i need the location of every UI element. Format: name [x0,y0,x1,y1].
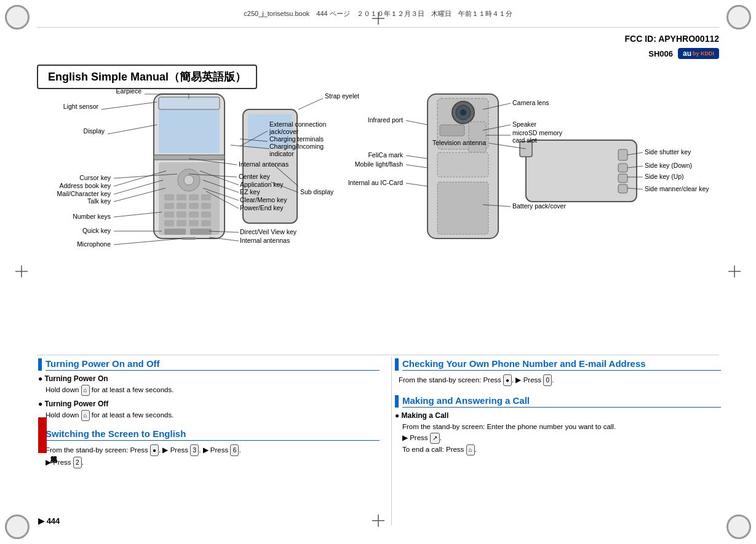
title-box: English Simple Manual（簡易英語版） [37,65,257,89]
svg-text:Mail/Character key: Mail/Character key [57,190,111,197]
svg-text:Talk key: Talk key [87,197,111,205]
svg-line-104 [406,165,428,168]
svg-rect-23 [164,229,186,235]
au-logo: au by KDDI [678,48,719,59]
left-crosshair [15,265,28,279]
fcc-id-label: FCC ID: APYHRO00112 [624,34,719,44]
model-name: SH006 [648,49,673,58]
svg-rect-85 [437,152,488,177]
svg-rect-24 [190,229,212,235]
svg-rect-11 [164,203,174,209]
main-diagram: Earpiece Light sensor Display External c… [34,91,403,355]
svg-rect-18 [201,211,211,218]
svg-text:Internal antennas: Internal antennas [240,237,290,244]
svg-rect-89 [618,149,627,160]
title-bar3 [395,358,399,371]
svg-rect-17 [189,211,199,218]
svg-text:Speaker: Speaker [512,120,537,128]
power-on-title: Turning Power On [38,374,380,383]
svg-text:Battery pack/cover: Battery pack/cover [512,202,566,210]
svg-text:Earpiece: Earpiece [116,87,142,95]
title-bar [38,358,42,371]
main-title: English Simple Manual（簡易英語版） [48,71,246,83]
turning-power-title: Turning Power On and Off [46,358,380,371]
svg-text:Side manner/clear key: Side manner/clear key [645,185,709,192]
press-label: Press [53,459,71,466]
making-title-row: Making and Answering a Call [395,395,721,408]
right-crosshair [728,265,741,279]
svg-rect-86 [437,182,488,234]
key-2: 2 [73,457,82,468]
au-text: au [683,49,691,58]
svg-text:Display: Display [84,127,105,135]
power-key-2: ⌂ [81,410,90,421]
svg-text:jack/cover: jack/cover [269,128,299,135]
svg-text:FeliCa mark: FeliCa mark [368,151,403,159]
svg-rect-3 [154,155,225,160]
svg-text:Address book key: Address book key [60,182,111,189]
svg-line-100 [406,120,428,125]
key-6: 6 [230,444,239,456]
making-title: Making and Answering a Call [402,395,721,408]
svg-text:Charging/Incoming: Charging/Incoming [269,143,324,150]
checking-number-section: Checking Your Own Phone Number and E-mai… [395,358,721,387]
making-call-content: Making a Call From the stand-by screen: … [395,411,721,455]
title-bar4 [395,395,399,408]
svg-text:Microphone: Microphone [77,240,111,248]
turning-power-title-row: Turning Power On and Off [38,358,380,371]
svg-line-34 [108,125,157,134]
svg-text:microSD memory: microSD memory [512,129,563,136]
top-crosshair [372,12,384,26]
svg-text:Mobile light/flash: Mobile light/flash [355,160,403,168]
corner-decoration-bl [5,514,30,539]
svg-rect-16 [177,211,186,218]
svg-text:EZ key: EZ key [240,188,260,195]
svg-rect-84 [469,122,486,152]
power-on-content: Hold down ⌂ for at least a few seconds. [46,384,380,396]
svg-line-44 [298,98,323,109]
svg-text:indicator: indicator [269,150,294,157]
svg-line-32 [101,102,157,109]
page-num-value: 444 [47,516,60,526]
power-key-1: ⌂ [81,385,90,396]
svg-text:card slot: card slot [512,136,537,144]
svg-rect-2 [159,97,220,109]
svg-line-106 [406,183,428,186]
turning-power-section: Turning Power On and Off Turning Power O… [38,358,380,421]
svg-text:External connection: External connection [269,120,326,128]
back-diagram: Camera lens Speaker microSD memory card … [403,91,717,355]
svg-text:Side key (Up): Side key (Up) [645,173,684,180]
vertical-divider [391,357,392,526]
svg-rect-22 [201,220,211,226]
page-number: ▶ 444 [38,516,60,526]
center-key-s: ● [150,444,159,456]
svg-text:Light sensor: Light sensor [63,103,99,110]
svg-rect-83 [440,125,464,136]
svg-rect-90 [618,164,627,172]
svg-text:Center key: Center key [239,173,271,180]
svg-text:Sub display: Sub display [300,188,334,195]
svg-text:Direct/Veil View key: Direct/Veil View key [240,228,297,235]
svg-text:Internal au IC-Card: Internal au IC-Card [348,179,403,186]
svg-rect-21 [189,220,199,226]
svg-text:Number keys: Number keys [73,213,111,220]
svg-line-102 [406,156,428,159]
red-marker-block [38,417,47,453]
checking-content: From the stand-by screen: Press ●. Press… [399,374,721,387]
svg-text:Clear/Memo key: Clear/Memo key [240,196,287,203]
switching-screen-section: Switching the Screen to English From the… [38,428,380,468]
svg-rect-92 [618,184,627,193]
svg-rect-15 [164,211,174,218]
svg-text:Power/End key: Power/End key [240,204,284,211]
svg-point-82 [460,109,466,116]
right-content: Checking Your Own Phone Number and E-mai… [395,358,721,459]
bottom-crosshair [372,514,384,529]
svg-text:Television antenna: Television antenna [432,139,486,146]
svg-text:Charging terminals: Charging terminals [269,135,324,143]
svg-rect-7 [164,194,174,200]
talk-key-m: ↗ [430,433,440,444]
svg-text:Application key: Application key [240,181,284,188]
power-off-content: Hold down ⌂ for at least a few seconds. [46,409,380,421]
corner-decoration-br [726,514,751,539]
divider-line-right [391,355,719,355]
